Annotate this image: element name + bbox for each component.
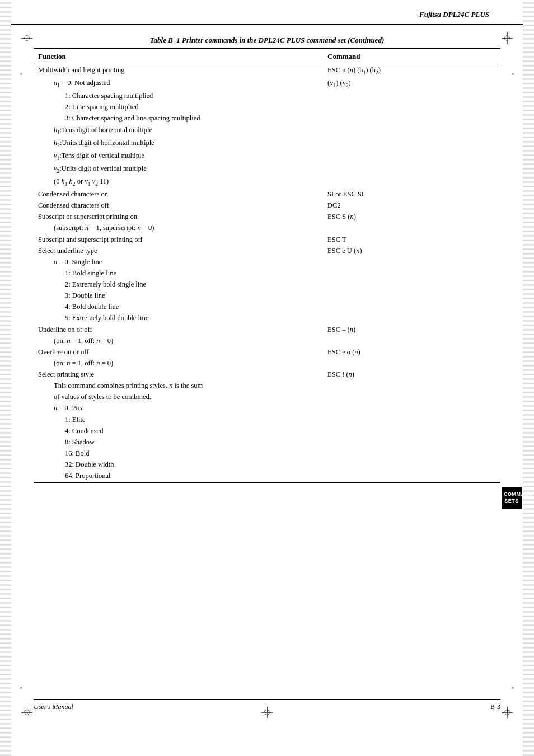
reg-mark-top-left [21, 32, 32, 44]
corner-dot-tr [512, 73, 514, 75]
footer-left: User's Manual [34, 703, 73, 711]
table-row: 1: Elite [34, 414, 500, 425]
function-cell: (on: n = 1, off: n = 0) [34, 358, 323, 369]
function-cell: 32: Double width [34, 459, 323, 470]
command-cell [323, 163, 500, 176]
function-cell: (subscript: n = 1, superscript: n = 0) [34, 222, 323, 233]
table-row: Condensed characters onSI or ESC SI [34, 189, 500, 200]
function-cell: 2: Line spacing multiplied [34, 101, 323, 112]
function-cell: Select underline type [34, 245, 323, 256]
command-sets-tab: COMMAND SETS [502, 487, 522, 509]
function-cell: 5: Extremely bold double line [34, 312, 323, 323]
function-cell: v1:Tens digit of vertical multiple [34, 150, 323, 163]
function-cell: Subscript or superscript printing on [34, 211, 323, 222]
table-row: (on: n = 1, off: n = 0) [34, 358, 500, 369]
function-cell: (0 h1 h2 or v1 v2 11) [34, 176, 323, 189]
reg-mark-bottom-right [502, 707, 513, 718]
table-row: 1: Character spacing multiplied [34, 90, 500, 101]
col-header-command: Command [323, 49, 500, 64]
table-row: (on: n = 1, off: n = 0) [34, 335, 500, 346]
command-cell [323, 380, 500, 391]
function-cell: Underline on or off [34, 324, 323, 335]
function-cell: n = 0: Pica [34, 402, 323, 414]
table-row: Multiwidth and height printingESC u (n) … [34, 64, 500, 78]
table-row: 64: Proportional [34, 470, 500, 481]
table-row: v1:Tens digit of vertical multiple [34, 150, 500, 163]
table-row: v2:Units digit of vertical multiple [34, 163, 500, 176]
command-cell [323, 137, 500, 150]
command-cell [323, 101, 500, 112]
table-row: n1 = 0: Not adjusted(v1) (v2) [34, 77, 500, 90]
function-cell: 1: Elite [34, 414, 323, 425]
function-cell: 1: Character spacing multiplied [34, 90, 323, 101]
command-cell: ESC T [323, 234, 500, 245]
command-cell [323, 358, 500, 369]
table-row: Select printing styleESC ! (n) [34, 369, 500, 380]
table-row: (0 h1 h2 or v1 v2 11) [34, 176, 500, 189]
command-cell: ESC S (n) [323, 211, 500, 222]
table-row: 2: Extremely bold single line [34, 279, 500, 290]
function-cell: 8: Shadow [34, 436, 323, 448]
table-row: Underline on or offESC – (n) [34, 324, 500, 335]
command-sets-line1: COMMAND [504, 491, 533, 497]
table-row: 1: Bold single line [34, 267, 500, 279]
table-row: 3: Character spacing and line spacing mu… [34, 112, 500, 124]
table-section: Table B–1 Printer commands in the DPL24C… [34, 36, 500, 483]
command-cell [323, 312, 500, 323]
function-cell: 1: Bold single line [34, 267, 323, 279]
table-row: of values of styles to be combined. [34, 391, 500, 402]
table-row: Select underline typeESC e U (n) [34, 245, 500, 256]
command-cell: ESC ! (n) [323, 369, 500, 380]
corner-dot-tl [20, 73, 22, 75]
command-cell [323, 448, 500, 459]
table-row: Overline on or offESC e o (n) [34, 346, 500, 358]
table-row: 4: Bold double line [34, 301, 500, 312]
command-cell [323, 414, 500, 425]
command-cell: SI or ESC SI [323, 189, 500, 200]
command-cell [323, 301, 500, 312]
right-binding [523, 0, 534, 756]
command-cell: DC2 [323, 200, 500, 211]
command-cell [323, 290, 500, 301]
command-cell [323, 402, 500, 414]
table-row: 5: Extremely bold double line [34, 312, 500, 323]
function-cell: Multiwidth and height printing [34, 64, 323, 78]
table-row: 16: Bold [34, 448, 500, 459]
table-row: Subscript and superscript printing offES… [34, 234, 500, 245]
table-row: This command combines printing styles. n… [34, 380, 500, 391]
function-cell: 64: Proportional [34, 470, 323, 481]
function-cell: 16: Bold [34, 448, 323, 459]
command-cell [323, 391, 500, 402]
command-cell [323, 222, 500, 233]
function-cell: Select printing style [34, 369, 323, 380]
function-cell: n = 0: Single line [34, 256, 323, 267]
table-row: Condensed characters offDC2 [34, 200, 500, 211]
command-cell [323, 256, 500, 267]
command-cell: ESC – (n) [323, 324, 500, 335]
command-cell [323, 425, 500, 436]
command-cell: ESC e o (n) [323, 346, 500, 358]
command-cell [323, 279, 500, 290]
function-cell: (on: n = 1, off: n = 0) [34, 335, 323, 346]
table-row: h2:Units digit of horizontal multiple [34, 137, 500, 150]
page-footer: User's Manual B-3 [34, 699, 500, 711]
reg-mark-bottom-left [21, 707, 32, 718]
col-header-function: Function [34, 49, 323, 64]
command-cell [323, 335, 500, 346]
corner-dot-bl [20, 687, 22, 689]
command-cell [323, 267, 500, 279]
table-row: h1:Tens digit of horizontal multiple [34, 124, 500, 137]
table-row: 4: Condensed [34, 425, 500, 436]
function-cell: Condensed characters on [34, 189, 323, 200]
function-cell: Overline on or off [34, 346, 323, 358]
command-cell [323, 176, 500, 189]
table-row: (subscript: n = 1, superscript: n = 0) [34, 222, 500, 233]
function-cell: 4: Condensed [34, 425, 323, 436]
page-header: Fujitsu DPL24C PLUS [11, 0, 523, 25]
reg-mark-top-right [502, 32, 513, 44]
command-cell [323, 112, 500, 124]
table-row: 8: Shadow [34, 436, 500, 448]
header-title: Fujitsu DPL24C PLUS [419, 10, 489, 19]
command-cell [323, 470, 500, 481]
footer-right: B-3 [490, 703, 500, 711]
